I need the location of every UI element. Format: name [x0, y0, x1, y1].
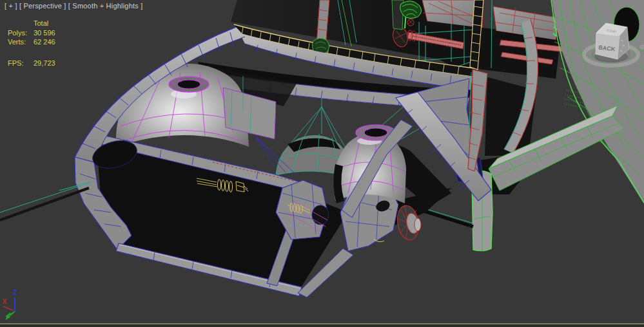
stats-total-header: Total: [34, 19, 48, 27]
stats-verts-value: 62 246: [34, 38, 55, 46]
3d-viewport[interactable]: BACK TOP Z X [ + ] [ Perspective ] [ Smo…: [0, 0, 644, 327]
stats-fps-label: FPS:: [8, 59, 23, 67]
axis-z-label: Z: [13, 289, 17, 296]
stats-polys-label: Polys:: [8, 29, 27, 37]
stats-verts-label: Verts:: [8, 38, 26, 46]
axis-x-label: X: [3, 298, 7, 305]
middle-post-hole: [312, 205, 329, 225]
statistics-overlay: Total Polys: 30 596 Verts: 62 246 FPS: 2…: [0, 0, 129, 77]
pulley-hub-face: [415, 218, 421, 231]
stats-polys-value: 30 596: [34, 29, 55, 37]
stats-fps-value: 29,723: [34, 59, 55, 67]
viewport-border: [0, 323, 644, 324]
viewport-border-gap: [0, 324, 644, 327]
